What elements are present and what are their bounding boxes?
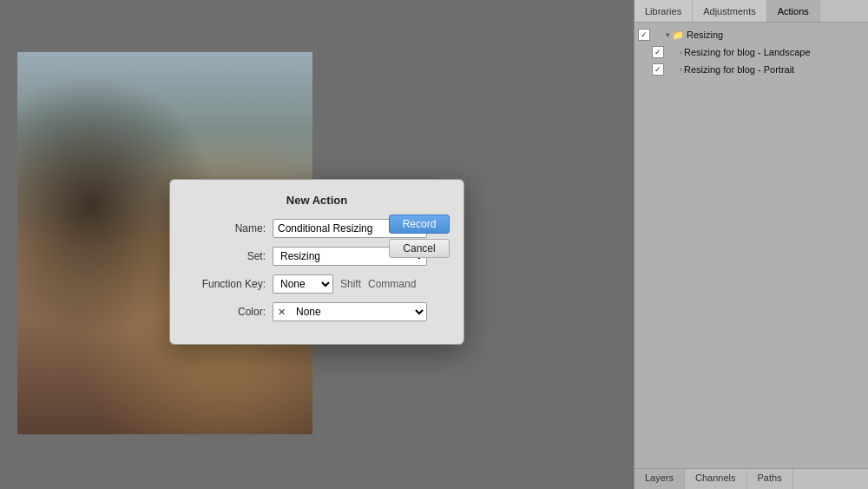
item-check-landscape[interactable]: [652, 46, 664, 58]
cancel-button[interactable]: Cancel: [389, 239, 450, 258]
item-toggle-portrait[interactable]: [666, 63, 678, 76]
shift-label: Shift: [340, 278, 361, 290]
actions-panel-content: ▾ 📁 Resizing › Resizing for blog - Lands…: [635, 23, 868, 468]
set-toggle-1[interactable]: [652, 29, 664, 41]
action-landscape[interactable]: › Resizing for blog - Landscape: [635, 43, 868, 61]
right-panel: Libraries Adjustments Actions ▾ 📁 Resizi…: [634, 0, 868, 489]
folder-icon-resizing: 📁: [672, 30, 684, 41]
color-row: Color: ✕ None Red Orange Yellow Green Bl…: [187, 302, 446, 321]
set-check-1[interactable]: [638, 29, 650, 41]
bottom-panel-tabs: Layers Channels Paths: [635, 468, 868, 489]
function-key-group: None F1F2F3 F4F5F6 Shift Command: [273, 274, 446, 294]
set-label-resizing: Resizing: [687, 30, 723, 40]
tab-libraries[interactable]: Libraries: [635, 0, 693, 22]
expand-arrow-resizing[interactable]: ▾: [666, 30, 670, 39]
record-button[interactable]: Record: [389, 215, 450, 234]
expand-arrow-landscape[interactable]: ›: [680, 48, 682, 56]
canvas-area: New Action Record Cancel Name: Set: Resi…: [0, 0, 634, 489]
item-toggle-landscape[interactable]: [666, 46, 678, 58]
dialog-buttons: Record Cancel: [389, 215, 450, 258]
function-key-label: Function Key:: [187, 278, 266, 290]
tab-actions[interactable]: Actions: [767, 0, 820, 22]
action-label-landscape: Resizing for blog - Landscape: [684, 47, 811, 57]
tab-adjustments[interactable]: Adjustments: [693, 0, 767, 22]
dialog-title: New Action: [187, 194, 446, 207]
function-key-row: Function Key: None F1F2F3 F4F5F6 Shift C…: [187, 274, 446, 294]
item-check-portrait[interactable]: [652, 63, 664, 76]
new-action-dialog: New Action Record Cancel Name: Set: Resi…: [169, 179, 464, 345]
command-label: Command: [368, 278, 416, 290]
tab-layers[interactable]: Layers: [635, 469, 685, 489]
color-label: Color:: [187, 306, 266, 318]
action-label-portrait: Resizing for blog - Portrait: [684, 64, 794, 75]
color-select[interactable]: None Red Orange Yellow Green Blue Violet…: [273, 302, 427, 321]
expand-arrow-portrait[interactable]: ›: [680, 65, 682, 74]
color-select-wrapper: ✕ None Red Orange Yellow Green Blue Viol…: [273, 302, 427, 321]
function-key-select[interactable]: None F1F2F3 F4F5F6: [273, 274, 333, 294]
set-label: Set:: [187, 250, 266, 262]
action-portrait[interactable]: › Resizing for blog - Portrait: [635, 61, 868, 78]
tab-channels[interactable]: Channels: [685, 469, 746, 489]
name-label: Name:: [187, 222, 266, 235]
panel-tabs: Libraries Adjustments Actions: [635, 0, 868, 23]
action-set-resizing[interactable]: ▾ 📁 Resizing: [635, 26, 868, 43]
tab-paths[interactable]: Paths: [747, 469, 793, 489]
